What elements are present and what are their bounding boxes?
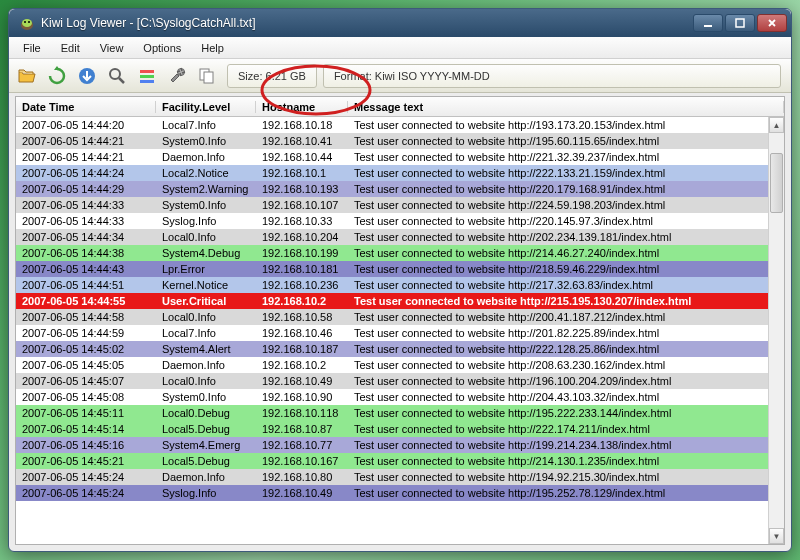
table-row[interactable]: 2007-06-05 14:44:34Local0.Info192.168.10… [16, 229, 768, 245]
col-datetime[interactable]: Date Time [16, 101, 156, 113]
table-row[interactable]: 2007-06-05 14:44:21Daemon.Info192.168.10… [16, 149, 768, 165]
cell-hostname: 192.168.10.118 [256, 407, 348, 419]
cell-hostname: 192.168.10.44 [256, 151, 348, 163]
title-bar[interactable]: Kiwi Log Viewer - [C:\SyslogCatchAll.txt… [9, 9, 791, 37]
menu-options[interactable]: Options [133, 40, 191, 56]
table-row[interactable]: 2007-06-05 14:44:29System2.Warning192.16… [16, 181, 768, 197]
grid-body: 2007-06-05 14:44:20Local7.Info192.168.10… [16, 117, 768, 544]
open-file-button[interactable] [13, 62, 41, 90]
scroll-up-arrow[interactable]: ▲ [769, 117, 784, 133]
vertical-scrollbar[interactable]: ▲ ▼ [768, 117, 784, 544]
settings-button[interactable] [163, 62, 191, 90]
col-message[interactable]: Message text [348, 101, 784, 113]
grid-header: Date Time Facility.Level Hostname Messag… [16, 97, 784, 117]
cell-message: Test user connected to website http://19… [348, 119, 768, 131]
cell-datetime: 2007-06-05 14:45:07 [16, 375, 156, 387]
cell-message: Test user connected to website http://22… [348, 183, 768, 195]
cell-hostname: 192.168.10.107 [256, 199, 348, 211]
cell-hostname: 192.168.10.199 [256, 247, 348, 259]
cell-message: Test user connected to website http://20… [348, 391, 768, 403]
table-row[interactable]: 2007-06-05 14:45:05Daemon.Info192.168.10… [16, 357, 768, 373]
cell-hostname: 192.168.10.204 [256, 231, 348, 243]
table-row[interactable]: 2007-06-05 14:45:21Local5.Debug192.168.1… [16, 453, 768, 469]
cell-hostname: 192.168.10.49 [256, 487, 348, 499]
minimize-button[interactable] [693, 14, 723, 32]
table-row[interactable]: 2007-06-05 14:44:59Local7.Info192.168.10… [16, 325, 768, 341]
cell-facility: Syslog.Info [156, 487, 256, 499]
find-button[interactable] [103, 62, 131, 90]
table-row[interactable]: 2007-06-05 14:45:07Local0.Info192.168.10… [16, 373, 768, 389]
cell-hostname: 192.168.10.87 [256, 423, 348, 435]
table-row[interactable]: 2007-06-05 14:45:24Syslog.Info192.168.10… [16, 485, 768, 501]
cell-facility: System0.Info [156, 199, 256, 211]
cell-datetime: 2007-06-05 14:45:08 [16, 391, 156, 403]
maximize-button[interactable] [725, 14, 755, 32]
table-row[interactable]: 2007-06-05 14:44:38System4.Debug192.168.… [16, 245, 768, 261]
cell-facility: Daemon.Info [156, 359, 256, 371]
cell-datetime: 2007-06-05 14:44:58 [16, 311, 156, 323]
table-row[interactable]: 2007-06-05 14:44:24Local2.Notice192.168.… [16, 165, 768, 181]
table-row[interactable]: 2007-06-05 14:44:43Lpr.Error192.168.10.1… [16, 261, 768, 277]
svg-point-1 [22, 19, 32, 27]
cell-message: Test user connected to website http://22… [348, 343, 768, 355]
table-row[interactable]: 2007-06-05 14:44:55User.Critical192.168.… [16, 293, 768, 309]
download-button[interactable] [73, 62, 101, 90]
scroll-track[interactable] [769, 133, 784, 528]
table-row[interactable]: 2007-06-05 14:44:51Kernel.Notice192.168.… [16, 277, 768, 293]
table-row[interactable]: 2007-06-05 14:45:08System0.Info192.168.1… [16, 389, 768, 405]
table-row[interactable]: 2007-06-05 14:45:14Local5.Debug192.168.1… [16, 421, 768, 437]
cell-message: Test user connected to website http://21… [348, 295, 768, 307]
copy-button[interactable] [193, 62, 221, 90]
format-indicator: Format: Kiwi ISO YYYY-MM-DD [323, 64, 781, 88]
table-row[interactable]: 2007-06-05 14:44:58Local0.Info192.168.10… [16, 309, 768, 325]
close-button[interactable] [757, 14, 787, 32]
cell-datetime: 2007-06-05 14:45:11 [16, 407, 156, 419]
cell-hostname: 192.168.10.236 [256, 279, 348, 291]
svg-rect-10 [140, 80, 154, 83]
menu-view[interactable]: View [90, 40, 134, 56]
cell-facility: Local0.Info [156, 231, 256, 243]
cell-hostname: 192.168.10.90 [256, 391, 348, 403]
table-row[interactable]: 2007-06-05 14:44:20Local7.Info192.168.10… [16, 117, 768, 133]
col-facility[interactable]: Facility.Level [156, 101, 256, 113]
cell-hostname: 192.168.10.18 [256, 119, 348, 131]
cell-datetime: 2007-06-05 14:44:20 [16, 119, 156, 131]
cell-datetime: 2007-06-05 14:45:21 [16, 455, 156, 467]
cell-facility: Local7.Info [156, 119, 256, 131]
scroll-down-arrow[interactable]: ▼ [769, 528, 784, 544]
cell-facility: Local0.Info [156, 311, 256, 323]
cell-datetime: 2007-06-05 14:44:33 [16, 199, 156, 211]
menu-bar: File Edit View Options Help [9, 37, 791, 59]
table-row[interactable]: 2007-06-05 14:45:16System4.Emerg192.168.… [16, 437, 768, 453]
table-row[interactable]: 2007-06-05 14:45:24Daemon.Info192.168.10… [16, 469, 768, 485]
svg-point-2 [24, 21, 26, 23]
scroll-thumb[interactable] [770, 153, 783, 213]
cell-facility: System0.Info [156, 135, 256, 147]
menu-file[interactable]: File [13, 40, 51, 56]
menu-help[interactable]: Help [191, 40, 234, 56]
cell-facility: User.Critical [156, 295, 256, 307]
cell-hostname: 192.168.10.58 [256, 311, 348, 323]
cell-facility: Kernel.Notice [156, 279, 256, 291]
cell-facility: System2.Warning [156, 183, 256, 195]
cell-hostname: 192.168.10.2 [256, 359, 348, 371]
table-row[interactable]: 2007-06-05 14:45:02System4.Alert192.168.… [16, 341, 768, 357]
cell-message: Test user connected to website http://22… [348, 151, 768, 163]
cell-facility: Local5.Debug [156, 455, 256, 467]
highlight-button[interactable] [133, 62, 161, 90]
menu-edit[interactable]: Edit [51, 40, 90, 56]
cell-message: Test user connected to website http://19… [348, 439, 768, 451]
table-row[interactable]: 2007-06-05 14:44:33Syslog.Info192.168.10… [16, 213, 768, 229]
table-row[interactable]: 2007-06-05 14:44:21System0.Info192.168.1… [16, 133, 768, 149]
table-row[interactable]: 2007-06-05 14:45:11Local0.Debug192.168.1… [16, 405, 768, 421]
svg-rect-8 [140, 70, 154, 73]
svg-rect-5 [736, 19, 744, 27]
cell-datetime: 2007-06-05 14:44:24 [16, 167, 156, 179]
col-hostname[interactable]: Hostname [256, 101, 348, 113]
table-row[interactable]: 2007-06-05 14:44:33System0.Info192.168.1… [16, 197, 768, 213]
refresh-button[interactable] [43, 62, 71, 90]
cell-hostname: 192.168.10.41 [256, 135, 348, 147]
cell-message: Test user connected to website http://22… [348, 423, 768, 435]
cell-facility: Local5.Debug [156, 423, 256, 435]
cell-hostname: 192.168.10.181 [256, 263, 348, 275]
